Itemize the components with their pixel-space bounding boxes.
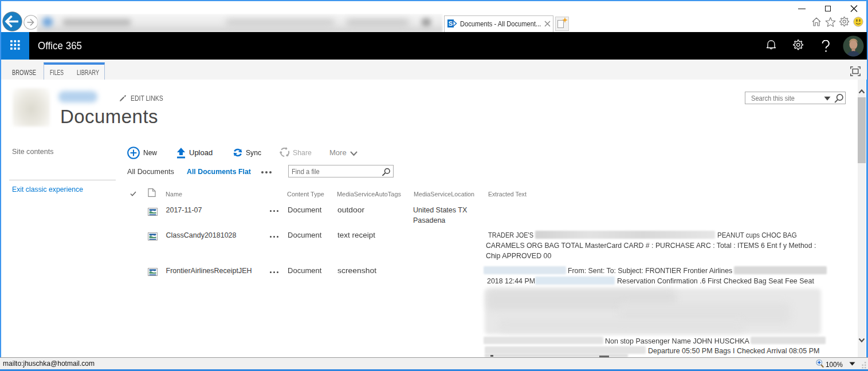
svg-text:S: S	[449, 20, 453, 27]
